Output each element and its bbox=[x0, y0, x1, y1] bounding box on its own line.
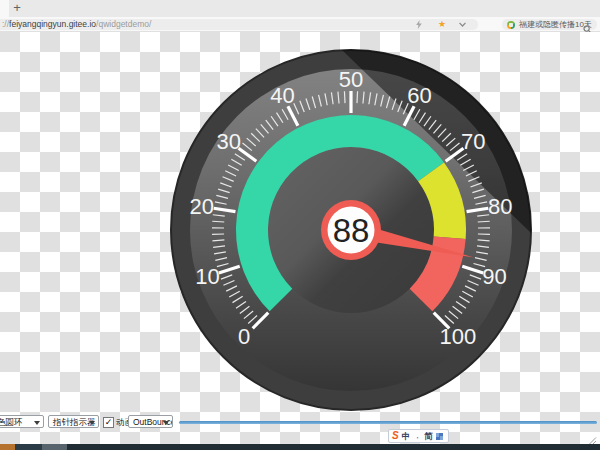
search-suggestion-text: 福建或隐匿传播10天 bbox=[519, 19, 592, 30]
search-box[interactable]: 福建或隐匿传播10天 bbox=[502, 19, 597, 30]
lightning-icon[interactable] bbox=[415, 19, 423, 30]
svg-text:60: 60 bbox=[407, 83, 431, 108]
svg-text:100: 100 bbox=[439, 324, 476, 349]
url-text: ://feiyangqingyun.gitee.io/qwidgetdemo/ bbox=[2, 19, 151, 30]
easing-combobox[interactable]: OutBounce bbox=[128, 415, 173, 428]
ime-toolbar[interactable]: S 中 ， 简 bbox=[388, 429, 449, 443]
address-bar[interactable]: ://feiyangqingyun.gitee.io/qwidgetdemo/ … bbox=[0, 19, 478, 30]
ime-language-toggle[interactable]: 中 bbox=[402, 430, 411, 442]
taskbar-item-dark[interactable] bbox=[15, 444, 42, 450]
bookmark-star-icon[interactable]: ★ bbox=[438, 19, 446, 30]
taskbar-background bbox=[67, 444, 600, 450]
svg-text:10: 10 bbox=[195, 264, 219, 289]
ime-charset-toggle[interactable]: 简 bbox=[424, 430, 433, 442]
svg-text:90: 90 bbox=[482, 264, 506, 289]
ime-keyboard-grid-icon[interactable] bbox=[436, 433, 443, 440]
ring-style-combobox[interactable]: 色圆环 bbox=[0, 415, 44, 428]
animation-checkbox[interactable]: ✓ bbox=[103, 417, 114, 428]
gauge-widget: 010203040506070809010088 bbox=[165, 44, 537, 416]
chevron-down-icon[interactable] bbox=[459, 19, 466, 30]
browser-toolbar: ://feiyangqingyun.gitee.io/qwidgetdemo/ … bbox=[0, 17, 600, 32]
dropdown-arrow-icon bbox=[89, 421, 95, 425]
svg-text:70: 70 bbox=[461, 129, 485, 154]
svg-text:20: 20 bbox=[190, 194, 214, 219]
svg-text:40: 40 bbox=[270, 83, 294, 108]
url-domain: feiyangqingyun.gitee.io bbox=[9, 19, 96, 29]
taskbar bbox=[0, 444, 600, 450]
ime-punctuation-toggle[interactable]: ， bbox=[413, 430, 421, 442]
taskbar-item-active[interactable] bbox=[42, 444, 67, 450]
url-path: /qwidgetdemo/ bbox=[96, 19, 151, 29]
svg-text:0: 0 bbox=[238, 324, 250, 349]
search-engine-logo-icon bbox=[507, 21, 515, 29]
browser-window: + ://feiyangqingyun.gitee.io/qwidgetdemo… bbox=[0, 0, 600, 450]
svg-text:80: 80 bbox=[488, 194, 512, 219]
page-content: 010203040506070809010088 色圆环 指针指示器 ✓ 动画 … bbox=[0, 32, 600, 444]
tab-strip: + bbox=[0, 0, 600, 17]
new-tab-button[interactable]: + bbox=[10, 0, 24, 17]
checkmark-icon: ✓ bbox=[105, 417, 113, 427]
active-tab-edge[interactable] bbox=[0, 0, 9, 17]
svg-text:30: 30 bbox=[217, 129, 241, 154]
svg-text:50: 50 bbox=[339, 67, 363, 92]
taskbar-item-orange[interactable] bbox=[0, 444, 15, 450]
ring-style-combobox-label: 色圆环 bbox=[0, 417, 23, 427]
ime-logo-icon[interactable]: S bbox=[392, 430, 399, 442]
value-slider[interactable] bbox=[179, 421, 597, 424]
dropdown-arrow-icon bbox=[163, 421, 169, 425]
pointer-style-combobox[interactable]: 指针指示器 bbox=[48, 415, 99, 428]
svg-text:88: 88 bbox=[333, 212, 370, 249]
dropdown-arrow-icon bbox=[34, 421, 40, 425]
